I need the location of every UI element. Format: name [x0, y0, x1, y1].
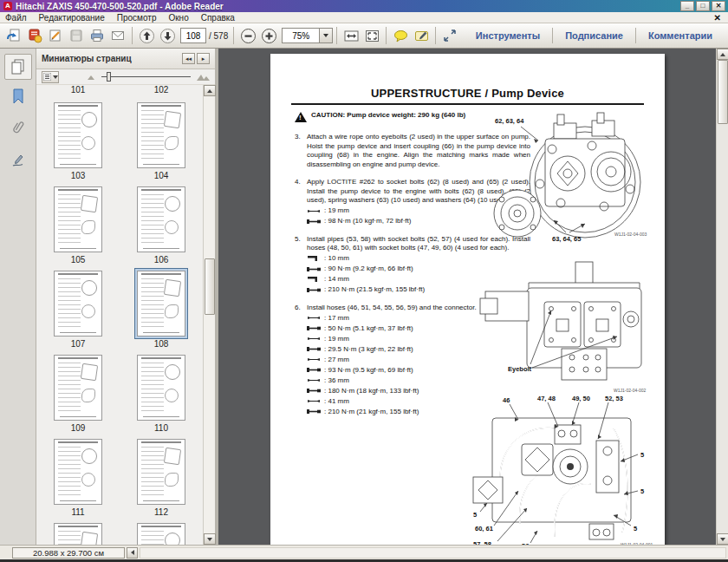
page-total-label: / 578 [209, 31, 228, 41]
minimize-button[interactable]: _ [680, 1, 694, 11]
torque-wrench-icon [307, 388, 321, 394]
expand-arrows-icon [442, 28, 458, 43]
torque-wrench-icon [307, 287, 321, 293]
figure-callout: 52, 53 [605, 395, 623, 402]
next-page-button[interactable] [157, 25, 178, 46]
sign-button[interactable] [411, 25, 432, 46]
spec-text: : 27 mm [324, 356, 349, 365]
save-button[interactable] [66, 25, 87, 46]
panel-title: Миниатюры страниц [42, 54, 132, 63]
comment-button[interactable] [390, 25, 411, 46]
close-button[interactable]: ✕ [712, 1, 725, 11]
thumbnail-size-slider[interactable] [101, 76, 191, 77]
attachments-tab[interactable] [4, 114, 32, 140]
thumbnail-page-105[interactable]: 105 [36, 184, 120, 265]
spec-text: : 29.5 N·m (3 kgf·m, 22 lbf·ft) [324, 345, 413, 355]
close-document-icon[interactable]: ✕ [714, 13, 723, 23]
thumbnail-page-106[interactable]: 106 [120, 184, 203, 265]
thumbnail-label: 104 [154, 171, 169, 180]
thumbnail-page-111[interactable]: 111 [36, 436, 120, 518]
thumbnail-page-112[interactable]: 112 [120, 436, 203, 518]
thumbnail-page-114[interactable] [120, 520, 203, 545]
print-button[interactable] [87, 25, 107, 46]
document-scrollbar[interactable] [716, 49, 728, 545]
collapse-panel-button[interactable]: ◂◂ [182, 53, 195, 64]
zoom-in-button[interactable] [258, 25, 279, 46]
scroll-up-button[interactable] [717, 49, 728, 60]
options-list-icon [43, 73, 51, 81]
thumbnail-label[interactable]: 102 [120, 85, 203, 97]
thumbnail-page-110[interactable]: 110 [120, 352, 203, 434]
panel-menu-button[interactable]: ▸ [197, 53, 210, 64]
thumbnail-page-104[interactable]: 104 [120, 100, 203, 181]
minus-icon [240, 28, 257, 44]
create-pdf-button[interactable] [24, 25, 45, 46]
horizontal-scrollbar[interactable] [140, 547, 726, 559]
figure-callout: 5 [640, 487, 644, 495]
edit-button[interactable] [45, 25, 66, 46]
bookmarks-tab[interactable] [4, 83, 32, 109]
previous-page-button[interactable] [136, 25, 157, 46]
thumbnail-options-row [36, 69, 215, 85]
zoom-out-button[interactable] [237, 25, 258, 46]
open-file-button[interactable] [3, 25, 24, 46]
thumbnail-options-button[interactable] [42, 71, 59, 83]
maximize-button[interactable]: □ [696, 1, 710, 11]
scroll-left-button[interactable] [127, 547, 138, 559]
scroll-down-button[interactable] [204, 533, 216, 545]
menu-view[interactable]: Просмотр [117, 13, 157, 23]
fit-page-button[interactable] [361, 25, 382, 46]
spec-text: : 180 N·m (18 kgf·m, 133 lbf·ft) [324, 387, 419, 396]
speech-bubble-icon [393, 29, 409, 43]
large-thumbnail-icon [196, 72, 210, 82]
figure-hoses-pipes: 46 47, 48 49, 50 52, 53 5 5 5 5 60, 61 5… [468, 394, 666, 545]
scrollbar-thumb[interactable] [205, 258, 215, 315]
page-thumbnails-tab[interactable] [4, 54, 32, 80]
email-button[interactable] [107, 25, 128, 46]
document-pane[interactable]: UPPERSTRUCTURE / Pump Device CAUTION: Pu… [218, 49, 728, 545]
figure-callout: 49, 50 [572, 395, 590, 402]
spec-text: : 90 N·m (9.2 kgf·m, 66 lbf·ft) [324, 265, 413, 274]
signatures-tab[interactable] [4, 147, 32, 173]
figure-callout: 60, 61 [475, 525, 493, 533]
scrollbar-thumb[interactable] [718, 60, 728, 124]
thumbnails-scrollbar[interactable] [203, 85, 215, 545]
page-number-input[interactable] [180, 28, 206, 43]
sign-link[interactable]: Подписание [553, 30, 635, 41]
menu-help[interactable]: Справка [201, 13, 235, 23]
menu-window[interactable]: Окно [168, 13, 188, 23]
small-thumbnail-icon [87, 73, 96, 81]
toolbar: / 578 75% Инструменты Подпис [0, 23, 728, 49]
slider-handle[interactable] [107, 72, 111, 82]
scroll-up-button[interactable] [204, 85, 216, 96]
zoom-level-value[interactable]: 75% [282, 28, 320, 43]
comments-link[interactable]: Комментарии [636, 30, 725, 41]
fullscreen-button[interactable] [439, 25, 460, 46]
edit-icon [48, 28, 63, 43]
figure-id: W1J1-02-04-003 [614, 232, 647, 237]
scroll-down-button[interactable] [717, 533, 728, 545]
menu-file[interactable]: Файл [5, 13, 27, 23]
thumbnail-page-103[interactable]: 103 [36, 100, 120, 181]
thumbnail-page-107[interactable]: 107 [36, 268, 120, 350]
warning-triangle-icon [295, 112, 307, 122]
scroll-down-icon [720, 538, 725, 541]
wrench-icon [307, 208, 321, 214]
thumbnail-list[interactable]: 101 102 103 104 105 [36, 85, 203, 545]
figure-callout: 46 [503, 396, 510, 404]
thumbnail-page-113[interactable] [36, 520, 120, 545]
figure-callout: Eyebolt [508, 365, 532, 373]
tools-link[interactable]: Инструменты [464, 30, 552, 41]
plus-icon [261, 28, 277, 44]
thumbnail-page-108-selected[interactable]: 108 [120, 268, 203, 350]
menu-edit[interactable]: Редактирование [39, 13, 105, 23]
fit-width-button[interactable] [341, 25, 361, 46]
navigation-strip [0, 49, 36, 545]
zoom-dropdown-button[interactable] [320, 28, 333, 43]
chevron-down-icon [53, 75, 58, 79]
step-text: Install hoses (46, 51, 54, 55, 56, 59) a… [307, 304, 477, 311]
figure-callout: 5 [640, 451, 644, 459]
thumbnail-label[interactable]: 101 [36, 85, 120, 97]
thumbnail-label: 107 [71, 339, 86, 349]
thumbnail-page-109[interactable]: 109 [36, 352, 120, 434]
